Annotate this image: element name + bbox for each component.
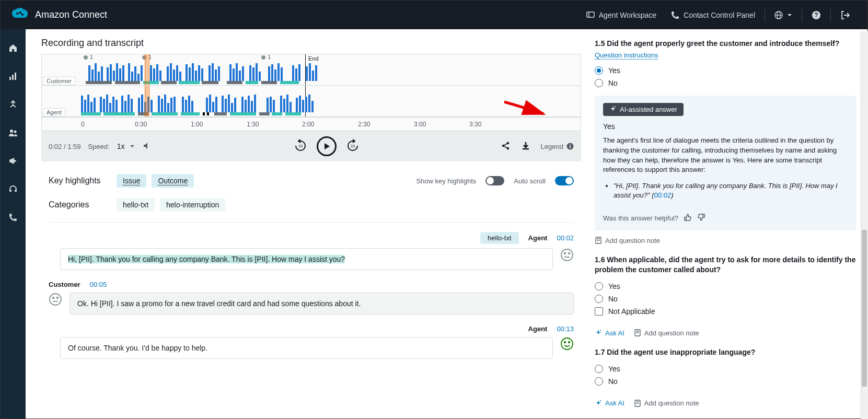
scrollbar[interactable] [861,31,868,419]
ccp-link[interactable]: Contact Control Panel [664,1,762,29]
caret-down-icon [787,13,792,18]
svg-line-21 [504,146,507,148]
evaluation-pane: | | 1.5 Did the agent properly greet the… [591,29,867,418]
help-button[interactable]: ? [804,1,828,29]
playback-position: 0:02 / 1:59 [49,143,80,150]
option-no[interactable]: No [595,77,856,89]
option-na[interactable]: Not Applicable [595,305,856,318]
agent-waveform-row[interactable]: Agent [42,86,581,117]
speed-selector[interactable]: 1x [117,142,135,150]
svg-text:?: ? [814,11,818,19]
add-note-link[interactable]: Add question note [634,399,699,407]
note-icon [595,237,602,244]
nav-analytics[interactable] [1,70,26,83]
radio-icon [595,79,603,87]
svg-rect-3 [587,12,594,17]
globe-icon [774,11,783,19]
recording-transcript-pane: Recording and transcript Customer 1 1 1 … [26,29,591,418]
autoscroll-label: Auto scroll [514,177,546,185]
ai-answer-value: Yes [603,122,848,131]
radio-icon [595,282,603,290]
ask-ai-link[interactable]: Ask AI [595,329,624,337]
thumbs-down-button[interactable] [697,213,705,223]
autoscroll-toggle[interactable] [555,176,574,185]
logout-button[interactable] [833,1,857,29]
checkbox-icon [595,307,603,316]
playhead-marker[interactable] [145,54,150,85]
play-button[interactable] [317,136,337,156]
role-label: Customer [49,281,80,288]
brand-title: Amazon Connect [35,9,107,20]
timestamp-link[interactable]: 00:13 [557,325,574,333]
add-note-link[interactable]: Add question note [634,329,699,337]
sentiment-positive-icon [560,337,574,351]
timestamp-link[interactable]: 00:02 [557,234,574,242]
timestamp-link[interactable]: 00:05 [90,281,107,288]
svg-point-25 [561,249,573,261]
sentiment-neutral-icon [560,248,574,262]
key-highlights-label: Key highlights [49,176,117,185]
nav-routing[interactable] [1,98,26,111]
nav-users[interactable] [1,126,26,139]
issue-chip[interactable]: Issue [117,174,146,188]
time-axis: 0 0:30 1:00 1:30 2:00 2:30 3:00 3:30 [42,117,581,131]
waveform-container: Customer 1 1 1 End [41,54,581,131]
brand-logo[interactable]: Amazon Connect [11,7,107,22]
nav-phone[interactable] [1,211,26,224]
speed-label: Speed: [88,143,109,150]
outcome-chip[interactable]: Outcome [152,174,194,188]
svg-point-27 [569,253,570,254]
option-no[interactable]: No [595,375,856,388]
volume-button[interactable] [142,141,152,152]
question-title: 1.5 Did the agent properly greet the cus… [595,39,856,49]
key-highlights-section: Key highlights Issue Outcome Show key hi… [41,161,581,375]
note-icon [634,400,641,407]
category-chip[interactable]: hello-txt [117,198,155,212]
add-note-link[interactable]: Add question note [595,237,660,245]
ask-ai-link[interactable]: Ask AI [595,399,624,407]
nav-campaigns[interactable] [1,155,26,167]
transcript-bubble[interactable]: Ok. Hi [PII]. I saw a promo for a new tr… [70,293,574,315]
question-title: 1.7 Did the agent use inappropriate lang… [595,347,856,357]
transcript-meta: hello-txt Agent 00:02 [49,232,574,244]
logout-icon [840,10,850,20]
transcript-bubble[interactable]: Of course. Thank you. I'd be happy to he… [60,337,553,359]
option-yes[interactable]: Yes [595,280,856,293]
forward-10-button[interactable]: 10 [346,139,360,154]
svg-point-19 [506,147,509,149]
ai-explanation: The agent's first line of dialogue meets… [603,136,848,175]
rewind-10-button[interactable]: 10 [294,139,307,154]
question-instructions-link[interactable]: Question instructions [595,51,658,59]
customer-waveform-row[interactable]: Customer 1 1 1 End [42,54,581,86]
nav-headset[interactable] [1,183,26,195]
download-button[interactable] [521,141,530,152]
legend-button[interactable]: Legend i [541,143,574,150]
quote-timestamp-link[interactable]: 00:02 [654,191,672,199]
sparkle-icon [595,400,602,407]
audio-player-bar: 0:02 / 1:59 Speed: 1x 10 10 [41,131,581,161]
language-selector[interactable] [767,1,800,29]
ai-quote-list: "Hi, [PII]. Thank you for calling any co… [614,181,848,200]
phone-icon [671,11,679,19]
playhead-marker[interactable] [145,86,150,117]
option-yes[interactable]: Yes [595,363,856,375]
agent-workspace-link[interactable]: Agent Workspace [579,1,664,29]
role-label: Agent [528,325,548,333]
question-block: 1.5 Did the agent properly greet the cus… [595,39,856,246]
show-highlights-label: Show key highlights [416,177,476,185]
scrollbar-thumb[interactable] [862,230,867,387]
option-no[interactable]: No [595,293,856,305]
option-yes[interactable]: Yes [595,64,856,77]
svg-point-40 [600,330,601,331]
question-block: 1.6 When applicable, did the agent try t… [595,255,856,338]
svg-point-26 [564,253,566,254]
show-highlights-toggle[interactable] [485,176,504,185]
question-block: 1.7 Did the agent use inappropriate lang… [595,347,856,408]
nav-home[interactable] [1,42,26,54]
transcript-tag[interactable]: hello-txt [480,232,519,244]
share-button[interactable] [501,141,511,152]
transcript-bubble[interactable]: Hi, [PII]. Thank you for calling any com… [60,248,553,270]
thumbs-up-button[interactable] [684,213,692,223]
category-chip[interactable]: helo-interruption [160,198,225,212]
svg-point-14 [14,131,17,133]
